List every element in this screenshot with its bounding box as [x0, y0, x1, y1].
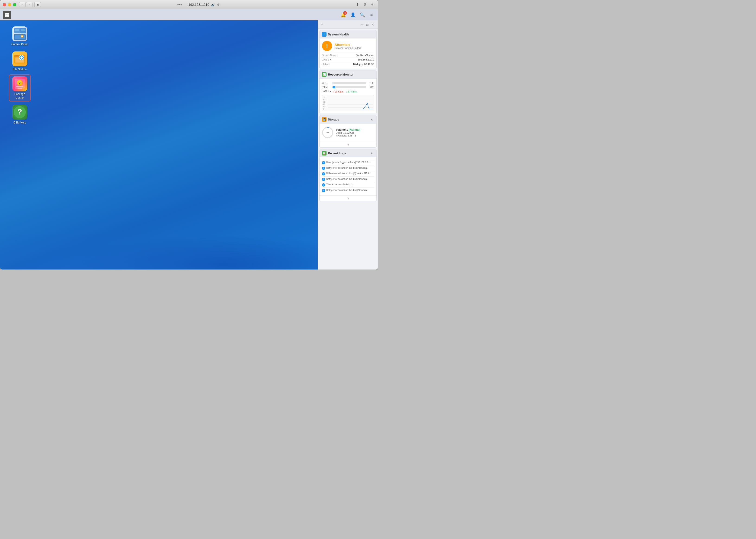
- toolbar-right: 🔔 5 👤 🔍 ≡: [339, 11, 375, 19]
- health-alert: ! Attention System Partition Failed: [322, 41, 374, 51]
- recent-logs-title: Recent Logs: [328, 152, 346, 155]
- uptime-label: Uptime: [322, 63, 330, 66]
- chart-y-60: 60: [323, 101, 326, 103]
- back-button[interactable]: ‹: [19, 2, 26, 7]
- cpu-pct: 1%: [368, 82, 374, 84]
- chart-y-100: 100: [323, 96, 326, 99]
- cpu-label: CPU: [322, 82, 331, 84]
- control-panel-label: Control Panel: [11, 42, 28, 46]
- dots-menu[interactable]: •••: [177, 3, 182, 7]
- chart-y-labels: 100 80 60 40 20 0: [323, 96, 326, 110]
- log-entry-0: i User [admin] logged in from [192.168.1…: [322, 160, 374, 165]
- log-entry-3: i Retry error occurs on the disk [/dev/s…: [322, 176, 374, 182]
- desktop-icon-file-station[interactable]: File Station: [9, 50, 30, 73]
- user-icon: 👤: [350, 12, 355, 17]
- panel-close-button[interactable]: ✕: [371, 22, 375, 27]
- log-text-0: User [admin] logged in from [192.168.1.6…: [326, 161, 370, 164]
- lan-row: LAN 1 ▾ 192.168.1.210: [322, 57, 374, 62]
- package-center-svg: 😊: [13, 77, 27, 91]
- donut-label: 1%: [326, 131, 329, 134]
- list-view-button[interactable]: ≡: [368, 11, 375, 19]
- share-icon[interactable]: ⬆: [354, 2, 360, 8]
- desktop-icon-control-panel[interactable]: Control Panel: [9, 25, 30, 48]
- panel-minimize-button[interactable]: −: [359, 22, 364, 27]
- volume-row: 1% Volume 1 (Normal) Used: 10.22 GB Avai…: [322, 126, 374, 139]
- log-text-2: Write error at internal disk [1] sector …: [326, 172, 371, 175]
- ram-label: RAM: [322, 86, 331, 89]
- svg-rect-1: [15, 29, 19, 31]
- panel-scroll-area[interactable]: i System Health ! Attention System Parti…: [318, 29, 378, 270]
- panel-add-button[interactable]: +: [321, 22, 323, 27]
- storage-info: Volume 1 (Normal) Used: 10.22 GB Availab…: [336, 128, 374, 137]
- search-button[interactable]: 🔍: [358, 11, 366, 19]
- storage-widget: 💾 Storage ∧ 1%: [319, 115, 377, 148]
- logs-expand-button[interactable]: ∨: [320, 195, 376, 201]
- panel-float-button[interactable]: ⊡: [365, 22, 370, 27]
- volume-status: (Normal): [349, 128, 360, 131]
- volume-name: Volume 1 (Normal): [336, 128, 374, 131]
- plus-icon[interactable]: +: [369, 2, 375, 8]
- logs-icon: 📋: [322, 151, 327, 155]
- alert-title: Attention: [334, 42, 361, 46]
- ram-bar: [332, 86, 366, 88]
- log-icon-5: i: [322, 189, 325, 192]
- uptime-row: Uptime 16 day(s) 08:46:38: [322, 62, 374, 66]
- desktop-icon-package-center[interactable]: 😊 Package Center: [9, 75, 30, 101]
- recent-logs-widget: 📋 Recent Logs ∧ i User [admin] logged in…: [319, 149, 377, 201]
- minimize-button[interactable]: [8, 3, 11, 6]
- log-icon-1: i: [322, 167, 325, 170]
- panel-ctrl-buttons: − ⊡ ✕: [359, 22, 375, 27]
- notification-badge: 5: [343, 11, 347, 15]
- traffic-lights: [3, 3, 16, 6]
- file-station-icon: [12, 51, 27, 66]
- storage-body: 1% Volume 1 (Normal) Used: 10.22 GB Avai…: [320, 123, 376, 142]
- notification-button[interactable]: 🔔 5: [339, 11, 347, 19]
- package-center-icon: 😊: [12, 76, 27, 91]
- title-right-icons: ⬆ ⧉ +: [354, 2, 375, 8]
- dsm-help-icon: ?: [12, 105, 27, 119]
- apps-grid-button[interactable]: [3, 11, 11, 19]
- chart-y-0: 0: [323, 108, 326, 110]
- control-panel-icon: [12, 27, 27, 41]
- svg-rect-3: [21, 29, 25, 31]
- control-panel-svg: [13, 27, 27, 41]
- storage-collapse-button[interactable]: ∧: [369, 117, 374, 122]
- user-button[interactable]: 👤: [349, 11, 357, 19]
- maximize-button[interactable]: [13, 3, 16, 6]
- log-icon-4: i: [322, 183, 325, 187]
- refresh-icon[interactable]: ↺: [217, 3, 220, 7]
- close-button[interactable]: [3, 3, 6, 6]
- lan-label[interactable]: LAN 1 ▾: [322, 58, 331, 61]
- lan-speeds: ↑ 13 KB/s ↓ 57 KB/s: [332, 90, 357, 93]
- cpu-bar-fill: [332, 82, 333, 84]
- storage-expand-button[interactable]: ∨: [320, 142, 376, 147]
- storage-icon: 💾: [322, 117, 327, 122]
- system-health-body: ! Attention System Partition Failed Serv…: [320, 38, 376, 69]
- audio-icon[interactable]: 🔊: [211, 3, 215, 7]
- ram-bar-fill: [332, 86, 335, 88]
- svg-text:😊: 😊: [17, 80, 22, 85]
- lan-speed-label[interactable]: LAN 1 ▾: [322, 90, 331, 93]
- desktop[interactable]: Control Panel File Station: [0, 20, 318, 270]
- resource-monitor-title-bar: 📊 Resource Monitor: [320, 70, 376, 79]
- mac-window: ‹ › ▣ ••• 192.168.1.210 🔊 ↺ ⬆ ⧉ + 🔔 5: [0, 0, 378, 270]
- nas-toolbar: 🔔 5 👤 🔍 ≡: [0, 9, 378, 20]
- recent-logs-body: i User [admin] logged in from [192.168.1…: [320, 157, 376, 195]
- log-text-1: Retry error occurs on the disk [/dev/sda…: [326, 166, 368, 169]
- desktop-icon-dsm-help[interactable]: ? DSM Help: [9, 103, 30, 126]
- system-health-title: System Health: [328, 33, 349, 36]
- log-entry-5: i Retry error occurs on the disk [/dev/s…: [322, 188, 374, 193]
- cpu-bar: [332, 82, 366, 84]
- log-text-4: Tried to re-identify disk[1].: [326, 183, 353, 186]
- window-title: 192.168.1.210: [189, 3, 209, 7]
- logs-scroll-up-button[interactable]: ∧: [369, 151, 374, 155]
- main-area: Control Panel File Station: [0, 20, 378, 270]
- uptime-value: 16 day(s) 08:46:38: [353, 63, 374, 66]
- new-tab-icon[interactable]: ⧉: [362, 2, 368, 8]
- svg-point-11: [20, 56, 23, 59]
- chart-spike-svg: [328, 96, 373, 110]
- ram-row: RAM 8%: [322, 85, 374, 89]
- sidebar-toggle-button[interactable]: ▣: [34, 2, 41, 7]
- forward-button[interactable]: ›: [26, 2, 33, 7]
- chart-lines: [328, 96, 373, 110]
